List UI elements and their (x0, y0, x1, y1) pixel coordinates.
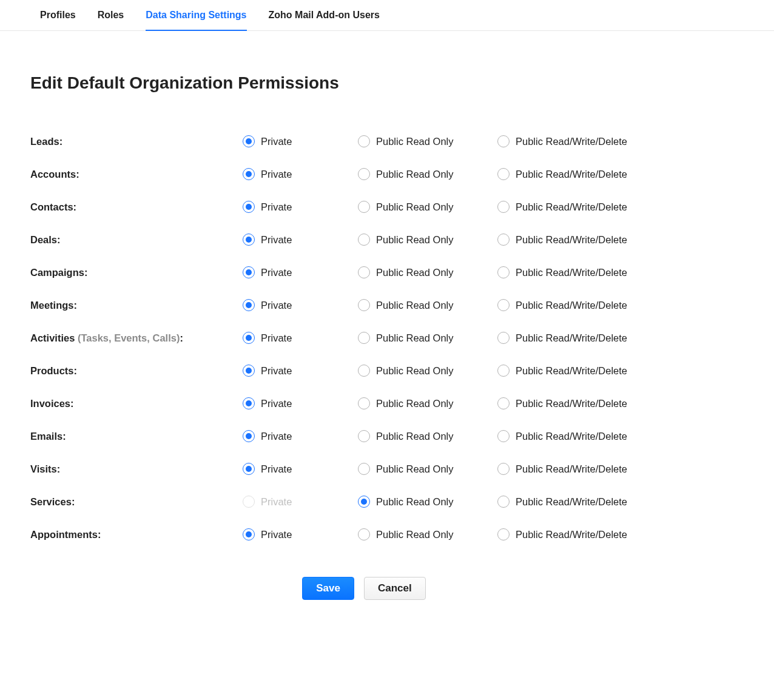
radio-private[interactable]: Private (243, 135, 358, 147)
radio-label: Public Read/Write/Delete (516, 136, 627, 147)
radio-indicator (358, 332, 370, 344)
radio-indicator (358, 168, 370, 180)
radio-public_read[interactable]: Public Read Only (358, 135, 497, 147)
radio-public_read[interactable]: Public Read Only (358, 234, 497, 246)
radio-label: Private (261, 201, 292, 213)
radio-indicator (358, 463, 370, 475)
tab-roles[interactable]: Roles (98, 0, 124, 30)
radio-indicator (243, 463, 255, 475)
radio-public_read[interactable]: Public Read Only (358, 463, 497, 475)
tab-profiles[interactable]: Profiles (40, 0, 76, 30)
radio-public_read[interactable]: Public Read Only (358, 365, 497, 377)
radio-label: Public Read Only (376, 136, 453, 147)
radio-private[interactable]: Private (243, 365, 358, 377)
perm-label: Meetings: (30, 300, 243, 311)
radio-public_read[interactable]: Public Read Only (358, 528, 497, 540)
perm-label: Deals: (30, 234, 243, 246)
radio-private[interactable]: Private (243, 299, 358, 311)
radio-indicator (358, 135, 370, 147)
radio-indicator (243, 397, 255, 409)
radio-public_rwd[interactable]: Public Read/Write/Delete (497, 496, 698, 508)
radio-public_rwd[interactable]: Public Read/Write/Delete (497, 430, 698, 442)
radio-indicator (358, 397, 370, 409)
radio-label: Public Read/Write/Delete (516, 201, 627, 213)
save-button[interactable]: Save (302, 577, 354, 600)
radio-public_rwd[interactable]: Public Read/Write/Delete (497, 463, 698, 475)
radio-label: Public Read Only (376, 431, 453, 442)
radio-indicator (243, 365, 255, 377)
radio-indicator (358, 266, 370, 278)
radio-label: Public Read Only (376, 496, 453, 508)
radio-label: Public Read Only (376, 234, 453, 246)
radio-public_read[interactable]: Public Read Only (358, 332, 497, 344)
radio-label: Public Read/Write/Delete (516, 234, 627, 246)
radio-indicator (497, 365, 510, 377)
radio-indicator (243, 496, 255, 508)
radio-label: Public Read Only (376, 300, 453, 311)
radio-indicator (358, 496, 370, 508)
radio-indicator (243, 332, 255, 344)
radio-label: Public Read/Write/Delete (516, 398, 627, 409)
radio-label: Public Read Only (376, 332, 453, 344)
radio-indicator (497, 496, 510, 508)
radio-public_rwd[interactable]: Public Read/Write/Delete (497, 168, 698, 180)
radio-label: Private (261, 398, 292, 409)
radio-private: Private (243, 496, 358, 508)
radio-public_rwd[interactable]: Public Read/Write/Delete (497, 201, 698, 213)
permissions-grid: Leads:PrivatePublic Read OnlyPublic Read… (30, 135, 698, 540)
radio-private[interactable]: Private (243, 266, 358, 278)
radio-indicator (497, 463, 510, 475)
radio-public_rwd[interactable]: Public Read/Write/Delete (497, 397, 698, 409)
radio-public_rwd[interactable]: Public Read/Write/Delete (497, 135, 698, 147)
radio-public_read[interactable]: Public Read Only (358, 201, 497, 213)
radio-indicator (243, 201, 255, 213)
radio-indicator (497, 234, 510, 246)
radio-label: Private (261, 431, 292, 442)
radio-private[interactable]: Private (243, 430, 358, 442)
radio-label: Public Read/Write/Delete (516, 267, 627, 278)
radio-indicator (243, 528, 255, 540)
radio-label: Private (261, 365, 292, 377)
perm-label: Contacts: (30, 201, 243, 213)
radio-private[interactable]: Private (243, 332, 358, 344)
radio-label: Private (261, 300, 292, 311)
radio-private[interactable]: Private (243, 397, 358, 409)
page-title: Edit Default Organization Permissions (30, 73, 698, 93)
radio-public_rwd[interactable]: Public Read/Write/Delete (497, 299, 698, 311)
radio-label: Public Read/Write/Delete (516, 496, 627, 508)
radio-private[interactable]: Private (243, 234, 358, 246)
radio-public_read[interactable]: Public Read Only (358, 496, 497, 508)
radio-label: Private (261, 234, 292, 246)
radio-indicator (497, 528, 510, 540)
radio-public_read[interactable]: Public Read Only (358, 430, 497, 442)
radio-private[interactable]: Private (243, 201, 358, 213)
radio-private[interactable]: Private (243, 168, 358, 180)
tab-data-sharing-settings[interactable]: Data Sharing Settings (146, 0, 246, 30)
perm-label: Activities (Tasks, Events, Calls): (30, 332, 243, 344)
radio-public_rwd[interactable]: Public Read/Write/Delete (497, 365, 698, 377)
radio-public_read[interactable]: Public Read Only (358, 299, 497, 311)
radio-private[interactable]: Private (243, 463, 358, 475)
radio-public_rwd[interactable]: Public Read/Write/Delete (497, 266, 698, 278)
perm-label: Accounts: (30, 169, 243, 180)
perm-label: Emails: (30, 431, 243, 442)
radio-label: Public Read/Write/Delete (516, 332, 627, 344)
radio-public_rwd[interactable]: Public Read/Write/Delete (497, 332, 698, 344)
radio-public_rwd[interactable]: Public Read/Write/Delete (497, 234, 698, 246)
radio-public_rwd[interactable]: Public Read/Write/Delete (497, 528, 698, 540)
radio-label: Public Read Only (376, 398, 453, 409)
radio-label: Public Read Only (376, 365, 453, 377)
radio-public_read[interactable]: Public Read Only (358, 397, 497, 409)
perm-label: Appointments: (30, 529, 243, 540)
radio-indicator (243, 430, 255, 442)
radio-indicator (243, 299, 255, 311)
radio-label: Public Read/Write/Delete (516, 169, 627, 180)
perm-label: Campaigns: (30, 267, 243, 278)
radio-indicator (497, 397, 510, 409)
radio-label: Private (261, 332, 292, 344)
tab-zoho-mail-add-on-users[interactable]: Zoho Mail Add-on Users (269, 0, 380, 30)
radio-public_read[interactable]: Public Read Only (358, 168, 497, 180)
radio-private[interactable]: Private (243, 528, 358, 540)
radio-public_read[interactable]: Public Read Only (358, 266, 497, 278)
cancel-button[interactable]: Cancel (364, 577, 426, 600)
